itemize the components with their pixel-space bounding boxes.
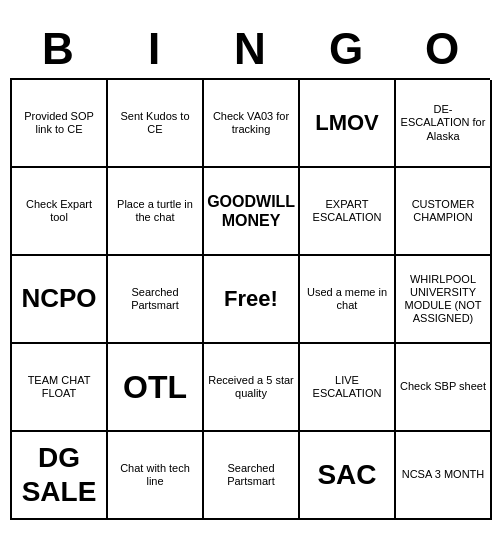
bingo-cell-12: Free! xyxy=(204,256,300,344)
bingo-cell-11: Searched Partsmart xyxy=(108,256,204,344)
bingo-cell-6: Place a turtle in the chat xyxy=(108,168,204,256)
bingo-cell-22: Searched Partsmart xyxy=(204,432,300,520)
bingo-cell-24: NCSA 3 MONTH xyxy=(396,432,492,520)
bingo-cell-20: DG SALE xyxy=(12,432,108,520)
bingo-cell-23: SAC xyxy=(300,432,396,520)
bingo-cell-9: CUSTOMER CHAMPION xyxy=(396,168,492,256)
bingo-card: BINGO Provided SOP link to CESent Kudos … xyxy=(10,24,490,520)
bingo-cell-3: LMOV xyxy=(300,80,396,168)
bingo-cell-1: Sent Kudos to CE xyxy=(108,80,204,168)
bingo-cell-14: WHIRLPOOL UNIVERSITY MODULE (NOT ASSIGNE… xyxy=(396,256,492,344)
bingo-header: BINGO xyxy=(10,24,490,74)
bingo-cell-7: GOODWILL MONEY xyxy=(204,168,300,256)
bingo-cell-8: EXPART ESCALATION xyxy=(300,168,396,256)
bingo-cell-15: TEAM CHAT FLOAT xyxy=(12,344,108,432)
bingo-cell-13: Used a meme in chat xyxy=(300,256,396,344)
bingo-cell-0: Provided SOP link to CE xyxy=(12,80,108,168)
header-letter-o: O xyxy=(398,24,486,74)
bingo-cell-16: OTL xyxy=(108,344,204,432)
bingo-cell-4: DE-ESCALATION for Alaska xyxy=(396,80,492,168)
header-letter-n: N xyxy=(206,24,294,74)
bingo-cell-21: Chat with tech line xyxy=(108,432,204,520)
bingo-cell-17: Received a 5 star quality xyxy=(204,344,300,432)
header-letter-i: I xyxy=(110,24,198,74)
header-letter-b: B xyxy=(14,24,102,74)
header-letter-g: G xyxy=(302,24,390,74)
bingo-cell-19: Check SBP sheet xyxy=(396,344,492,432)
bingo-grid: Provided SOP link to CESent Kudos to CEC… xyxy=(10,78,490,520)
bingo-cell-10: NCPO xyxy=(12,256,108,344)
bingo-cell-5: Check Expart tool xyxy=(12,168,108,256)
bingo-cell-2: Check VA03 for tracking xyxy=(204,80,300,168)
bingo-cell-18: LIVE ESCALATION xyxy=(300,344,396,432)
